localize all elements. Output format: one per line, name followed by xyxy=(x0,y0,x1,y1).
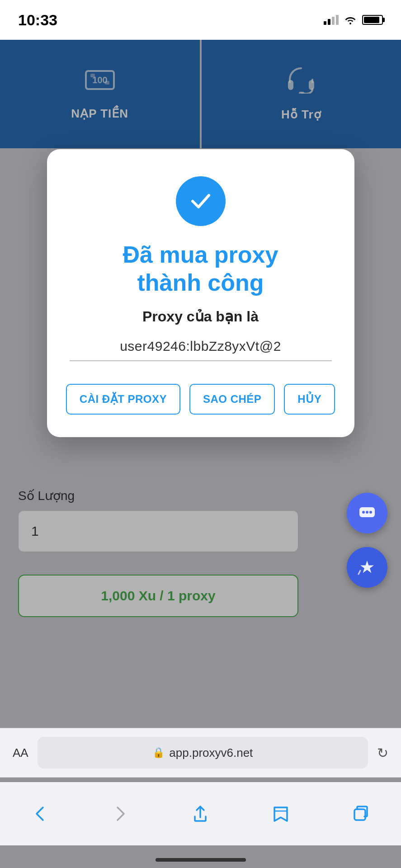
bookmarks-button[interactable] xyxy=(263,796,299,832)
bottom-nav xyxy=(0,782,401,845)
share-button[interactable] xyxy=(182,796,218,832)
browser-url-text: app.proxyv6.net xyxy=(169,746,253,760)
chat-fab-button[interactable] xyxy=(347,493,387,533)
modal-buttons: CÀI ĐẶT PROXY SAO CHÉP HỦY xyxy=(70,384,332,415)
cancel-button[interactable]: HỦY xyxy=(284,384,335,415)
home-indicator xyxy=(156,858,246,862)
tabs-button[interactable] xyxy=(343,796,379,832)
wifi-icon xyxy=(344,15,357,25)
svg-point-9 xyxy=(366,511,368,514)
forward-button[interactable] xyxy=(102,796,138,832)
proxy-value: user49246:lbbZz8yxVt@2 xyxy=(120,339,281,354)
status-icons xyxy=(324,15,383,25)
back-button[interactable] xyxy=(22,796,58,832)
success-icon xyxy=(176,176,226,226)
copy-button[interactable]: SAO CHÉP xyxy=(189,384,275,415)
browser-aa-button[interactable]: AA xyxy=(13,746,28,760)
svg-point-8 xyxy=(362,511,365,514)
status-time: 10:33 xyxy=(18,11,57,29)
modal-title: Đã mua proxy thành công xyxy=(123,241,278,297)
purchase-success-modal: Đã mua proxy thành công Proxy của bạn là… xyxy=(47,149,354,437)
lock-icon: 🔒 xyxy=(152,747,165,759)
install-proxy-button[interactable]: CÀI ĐẶT PROXY xyxy=(66,384,180,415)
star-fab-button[interactable] xyxy=(347,547,387,588)
battery-icon xyxy=(362,15,383,25)
svg-rect-11 xyxy=(354,809,365,820)
proxy-value-wrapper: user49246:lbbZz8yxVt@2 xyxy=(70,339,332,361)
reload-button[interactable]: ↻ xyxy=(377,745,388,761)
svg-point-10 xyxy=(369,511,372,514)
status-bar: 10:33 xyxy=(0,0,401,40)
modal-subtitle: Proxy của bạn là xyxy=(142,308,259,325)
browser-bar: AA 🔒 app.proxyv6.net ↻ xyxy=(0,728,401,778)
browser-url-box[interactable]: 🔒 app.proxyv6.net xyxy=(38,737,368,769)
signal-icon xyxy=(324,15,339,25)
